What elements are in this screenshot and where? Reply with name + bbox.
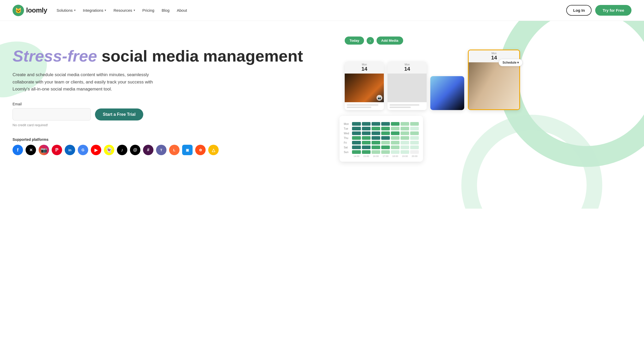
caption-line [390, 104, 419, 106]
email-input[interactable] [13, 108, 91, 120]
post-card-1: Mon 14 📷 [345, 62, 384, 110]
cal-cell [410, 136, 419, 140]
nav-item-resources[interactable]: Resources ▾ [114, 8, 135, 13]
cal-cell [410, 131, 419, 135]
post-card-2: Mon 14 [387, 62, 427, 110]
cal-cell [391, 127, 399, 130]
instagram-icon: 📷 [377, 95, 382, 101]
logo[interactable]: 🐱 loomly [13, 5, 47, 16]
post-card-2-caption [387, 102, 427, 110]
cal-cell [391, 136, 399, 140]
schedule-dropdown[interactable]: Schedule ▾ [499, 59, 523, 66]
platform-teams: T [156, 145, 166, 155]
cal-cell [352, 146, 361, 149]
cal-cell [362, 136, 371, 140]
cal-cell [410, 127, 419, 130]
platform-pinterest: P [52, 145, 62, 155]
platform-youtube: ▶ [91, 145, 101, 155]
email-row: Start a Free Trial [13, 108, 334, 120]
hero-section: Stress-free social media management Crea… [0, 21, 644, 209]
post-card-1-image: 📷 [345, 74, 384, 102]
next-arrow-icon[interactable]: › [367, 37, 374, 44]
platform-linkedin: in [65, 145, 75, 155]
logo-text: loomly [26, 6, 47, 14]
platform-buffer: ▣ [182, 145, 193, 155]
platform-google: G [78, 145, 88, 155]
cal-cell [352, 122, 361, 126]
mockup-toolbar: Today › Add Media [345, 37, 403, 45]
cal-cell [391, 122, 399, 126]
cal-cell [410, 122, 419, 126]
cal-row-wed: Wed [344, 131, 419, 135]
nav-item-pricing[interactable]: Pricing [142, 8, 154, 13]
email-section: Email Start a Free Trial No credit card … [13, 102, 334, 127]
cal-cell [410, 146, 419, 149]
nav-item-about[interactable]: About [177, 8, 187, 13]
caption-line [347, 107, 371, 108]
cal-row-sun: Sun [344, 150, 419, 154]
cal-row-sat: Sat [344, 146, 419, 149]
cal-cell [381, 146, 390, 149]
cal-cell [352, 136, 361, 140]
hero-left: Stress-free social media management Crea… [13, 37, 334, 155]
cal-cell [372, 146, 380, 149]
start-free-trial-button[interactable]: Start a Free Trial [95, 108, 143, 120]
post-card-1-caption [345, 102, 384, 110]
cal-cell [381, 136, 390, 140]
platform-facebook: f [13, 145, 23, 155]
platform-tiktok: ♪ [117, 145, 127, 155]
calendar-time-row: 14:00 15:00 16:00 17:00 18:00 19:00 20:0… [344, 155, 419, 158]
platform-later: L [169, 145, 180, 155]
cal-cell [372, 150, 380, 154]
chevron-down-icon: ▾ [74, 9, 76, 12]
hero-heading-italic: Stress-free [13, 47, 97, 65]
login-button[interactable]: Log In [566, 5, 592, 16]
calendar-card: Mon Tue [339, 116, 423, 162]
cal-cell [352, 150, 361, 154]
cal-cell [391, 150, 399, 154]
nav-item-integrations[interactable]: Integrations ▾ [83, 8, 106, 13]
cal-row-tue: Tue [344, 127, 419, 130]
add-media-button[interactable]: Add Media [377, 37, 403, 45]
platform-icons-list: f ✕ 📷 P in G ▶ 👻 ♪ @ # [13, 145, 334, 155]
cal-cell [410, 150, 419, 154]
try-for-free-button[interactable]: Try for Free [595, 5, 631, 16]
post-card-2-image [387, 74, 427, 102]
cal-row-mon: Mon [344, 122, 419, 126]
cal-cell [372, 122, 380, 126]
cal-cell [362, 146, 371, 149]
cal-cell [352, 141, 361, 144]
cal-cell [391, 146, 399, 149]
cal-cell [381, 141, 390, 144]
post-card-1-header: Mon 14 [345, 62, 384, 74]
cal-cell [401, 141, 409, 144]
cal-cell [362, 122, 371, 126]
cal-cell [372, 141, 380, 144]
desk-image [469, 62, 519, 109]
cal-cell [352, 131, 361, 135]
platform-jasper: ✿ [195, 145, 206, 155]
nav-item-solutions[interactable]: Solutions ▾ [57, 8, 76, 13]
caption-line [347, 104, 378, 106]
cal-cell [410, 141, 419, 144]
cal-cell [381, 150, 390, 154]
cal-cell [381, 122, 390, 126]
no-credit-text: No credit card required! [13, 123, 334, 127]
navbar: 🐱 loomly Solutions ▾ Integrations ▾ Reso… [0, 0, 644, 21]
cal-cell [401, 136, 409, 140]
platform-twitter: ✕ [26, 145, 36, 155]
cal-cell [372, 136, 380, 140]
cal-cell [401, 127, 409, 130]
hero-subtext: Create and schedule social media content… [13, 71, 159, 93]
post-card-2-header: Mon 14 [387, 62, 427, 74]
cal-cell [381, 131, 390, 135]
nav-right: Log In Try for Free [566, 5, 631, 16]
chevron-down-icon: ▾ [134, 9, 135, 12]
cal-row-fri: Fri [344, 141, 419, 144]
platform-slack: # [143, 145, 153, 155]
today-button[interactable]: Today [345, 37, 364, 45]
nav-links: Solutions ▾ Integrations ▾ Resources ▾ P… [57, 8, 187, 13]
runner-card-wrapper [430, 76, 464, 110]
nav-item-blog[interactable]: Blog [162, 8, 169, 13]
cal-cell [372, 127, 380, 130]
